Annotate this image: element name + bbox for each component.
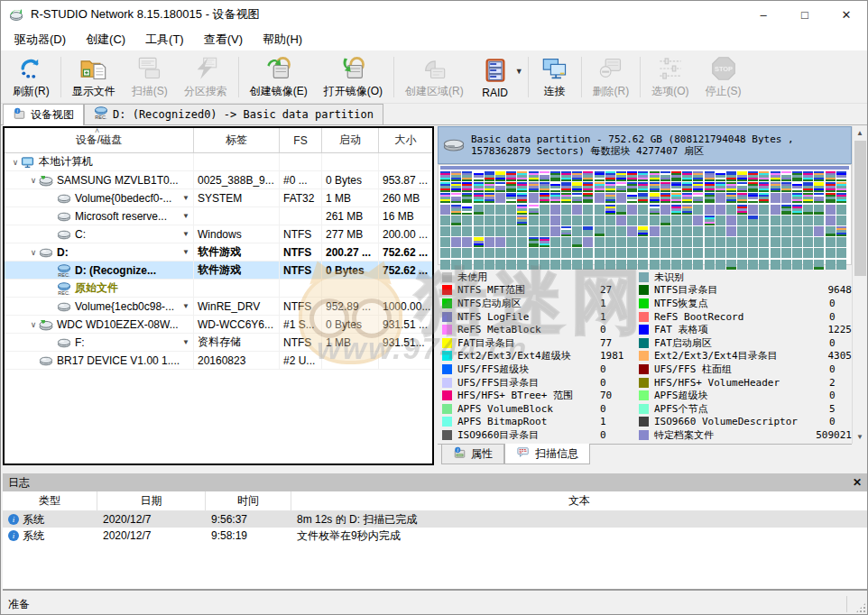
- tree-row[interactable]: F:▼资料存储NTFS1 MB931.51...: [5, 334, 432, 352]
- scroll-up-icon[interactable]: ▲: [853, 126, 867, 140]
- scan-block: [814, 237, 824, 247]
- row-dropdown-icon[interactable]: ▼: [182, 248, 189, 256]
- scan-block: [529, 171, 539, 181]
- legend-swatch: [442, 285, 452, 295]
- toolbar-raid-button[interactable]: RAID: [472, 51, 519, 103]
- scan-block: [572, 248, 582, 258]
- options-icon: [658, 54, 683, 82]
- scan-block: [451, 182, 461, 192]
- log-column-header-0[interactable]: 类型: [3, 491, 97, 510]
- toolbar-create-image-button[interactable]: 创建镜像(E): [242, 51, 316, 103]
- scan-block: [540, 205, 549, 215]
- menu-item-3[interactable]: 查看(V): [194, 28, 253, 51]
- scan-block-map[interactable]: [438, 164, 852, 265]
- legend-item: FAT 表格项1225: [639, 323, 852, 336]
- tree-row-label: 原始文件: [75, 280, 118, 296]
- row-dropdown-icon[interactable]: ▼: [182, 230, 189, 238]
- menu-item-0[interactable]: 驱动器(D): [5, 28, 76, 51]
- scan-block: [474, 171, 484, 181]
- tree-row[interactable]: REC.原始文件: [5, 280, 432, 298]
- scan-block: [682, 226, 692, 236]
- tree-column-header-2[interactable]: FS: [280, 128, 322, 152]
- scan-block: [705, 182, 715, 192]
- menu-item-2[interactable]: 工具(T): [135, 28, 194, 51]
- scroll-thumb[interactable]: [854, 141, 866, 276]
- tree-column-header-3[interactable]: 启动: [322, 128, 379, 152]
- maximize-button[interactable]: □: [784, 1, 826, 28]
- resize-grip[interactable]: [855, 602, 866, 613]
- tree-row[interactable]: Volume{0bedecf0-...▼SYSTEMFAT321 MB260 M…: [5, 189, 432, 207]
- scan-scrollbar[interactable]: ▲ ▼: [852, 126, 867, 444]
- scan-block: [605, 237, 615, 247]
- volume-icon: [39, 354, 53, 367]
- scan-block: [705, 193, 715, 203]
- tree-column-header-4[interactable]: 大小: [379, 128, 432, 152]
- chevron-down-icon[interactable]: ∨: [28, 248, 39, 257]
- tree-column-header-1[interactable]: 标签: [194, 128, 280, 152]
- tree-row[interactable]: BR17 DEVICE V1.00 1....20160823#2 U...: [5, 352, 432, 370]
- toolbar-refresh-button[interactable]: 刷新(R): [5, 51, 58, 103]
- delete-icon: [598, 54, 623, 82]
- row-dropdown-icon[interactable]: ▼: [182, 212, 189, 220]
- tree-cell-size: 953.87 ...: [379, 171, 432, 188]
- scan-block: [716, 226, 725, 236]
- toolbar-open-image-button[interactable]: 打开镜像(O): [316, 51, 391, 103]
- tree-row[interactable]: REC.D: (Recognize...软件游戏NTFS0 Bytes752.6…: [5, 262, 432, 280]
- scan-tab-properties[interactable]: i属性: [441, 445, 504, 464]
- legend-item: UFS/FFS 柱面组0: [639, 363, 852, 376]
- legend-label: NTFS LogFile: [457, 311, 595, 323]
- scan-block: [616, 193, 626, 203]
- scan-block: [771, 171, 780, 181]
- toolbar-show-files-button[interactable]: 显示文件: [64, 51, 124, 103]
- device-tree-panel[interactable]: ˄ 设备/磁盘标签FS启动大小 ∨本地计算机∨SAMSUNG MZVLB1T0.…: [3, 126, 434, 465]
- chevron-down-icon[interactable]: ∨: [28, 176, 39, 185]
- row-dropdown-icon[interactable]: ▼: [182, 302, 189, 310]
- chevron-down-icon[interactable]: ∨: [10, 158, 21, 167]
- tree-cell-start: 0 Bytes: [322, 316, 379, 333]
- legend-item: 未使用: [442, 271, 639, 284]
- tree-cell-size: [379, 153, 432, 170]
- toolbar-connect-button[interactable]: 连接: [531, 51, 578, 103]
- tree-row[interactable]: Volume{1ecb0c98-...▼WinRE_DRVNTFS952.89 …: [5, 298, 432, 316]
- scroll-down-icon[interactable]: ▼: [853, 430, 867, 444]
- view-tab-1[interactable]: REC.D: (Recognized0) -> Basic data parti…: [84, 104, 383, 124]
- minimize-button[interactable]: –: [743, 1, 784, 28]
- log-row[interactable]: i系统2020/12/79:56:378m 12s 的 D: 扫描已完成: [3, 511, 867, 528]
- tree-row[interactable]: ∨D:▼软件游戏NTFS200.27 ...752.62 ...: [5, 243, 432, 262]
- log-column-header-2[interactable]: 时间: [206, 491, 291, 510]
- chevron-down-icon[interactable]: ∨: [28, 320, 39, 329]
- scan-block: [583, 182, 593, 192]
- tree-row[interactable]: Microsoft reserve...▼261 MB16 MB: [5, 207, 432, 225]
- legend-count: 0: [600, 363, 606, 375]
- tree-row[interactable]: ∨本地计算机: [5, 153, 432, 171]
- scan-block: [792, 171, 802, 181]
- tree-row[interactable]: ∨WDC WD10EZEX-08W...WD-WCC6Y6...#1 S...0…: [5, 316, 432, 334]
- scan-tab-scan-info[interactable]: 扫描信息: [504, 444, 590, 464]
- log-close-icon[interactable]: ✕: [853, 476, 862, 489]
- row-dropdown-icon[interactable]: ▼: [182, 194, 189, 202]
- view-tab-0[interactable]: i设备视图: [3, 104, 84, 125]
- legend-item: NTFS恢复点0: [639, 297, 852, 310]
- legend-label: APFS超级块: [654, 389, 824, 402]
- row-dropdown-icon[interactable]: ▼: [182, 338, 189, 346]
- scan-block: [781, 193, 791, 203]
- scan-block: [540, 226, 549, 236]
- tree-row[interactable]: C:▼WindowsNTFS277 MB200.00 ...: [5, 225, 432, 243]
- scan-block: [814, 182, 824, 192]
- tree-row[interactable]: ∨SAMSUNG MZVLB1T0...0025_388B_9...#0 ...…: [5, 171, 432, 189]
- log-column-header-1[interactable]: 日期: [97, 491, 206, 510]
- log-row[interactable]: i系统2020/12/79:58:19文件枚举在9秒内完成: [3, 528, 867, 544]
- tree-column-header-0[interactable]: 设备/磁盘: [5, 128, 194, 152]
- legend-count: 1: [600, 311, 606, 323]
- close-button[interactable]: ✕: [826, 1, 867, 28]
- menu-item-4[interactable]: 帮助(H): [253, 28, 312, 51]
- log-column-header-3[interactable]: 文本: [291, 491, 867, 510]
- scan-block: [716, 237, 725, 247]
- scan-block: [485, 248, 494, 258]
- menu-item-1[interactable]: 创建(C): [76, 28, 135, 51]
- menu-bar: 驱动器(D)创建(C)工具(T)查看(V)帮助(H): [1, 28, 867, 51]
- status-text: 准备: [8, 597, 30, 612]
- scan-block: [462, 216, 472, 225]
- raid-dropdown-icon[interactable]: ▼: [515, 67, 523, 76]
- scan-block: [726, 205, 736, 215]
